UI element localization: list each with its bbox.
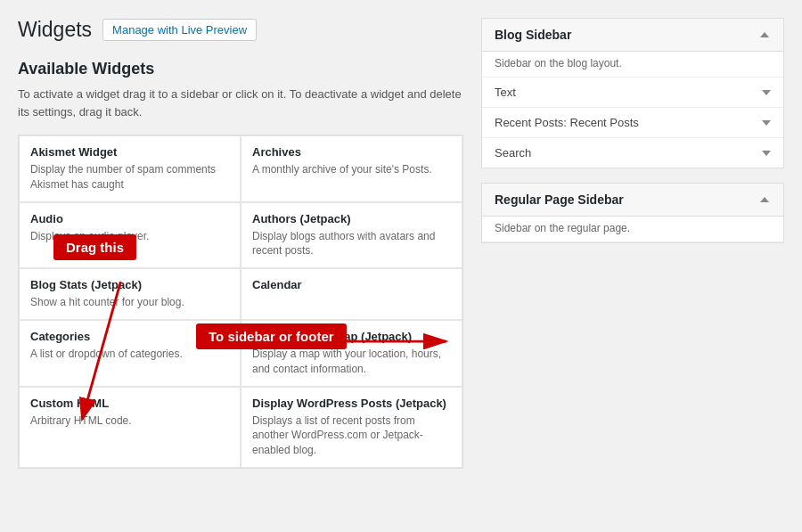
widget-akismet-name: Akismet Widget xyxy=(30,145,229,159)
sidebar-widget-recent-posts-label: Recent Posts: Recent Posts xyxy=(495,116,639,129)
widget-audio-name: Audio xyxy=(30,212,229,225)
widget-custom-html-desc: Arbitrary HTML code. xyxy=(30,413,229,429)
manage-live-preview-button[interactable]: Manage with Live Preview xyxy=(102,19,257,41)
page-title: Widgets xyxy=(18,18,92,42)
regular-page-sidebar-section: Regular Page Sidebar Sidebar on the regu… xyxy=(481,183,784,243)
widget-akismet-desc: Display the number of spam comments Akis… xyxy=(30,162,229,192)
widget-calendar[interactable]: Calendar xyxy=(241,268,462,320)
widget-custom-html-name: Custom HTML xyxy=(30,397,229,410)
blog-sidebar-collapse-btn[interactable] xyxy=(758,30,771,39)
blog-sidebar-desc: Sidebar on the blog layout. xyxy=(482,52,783,78)
widget-archives-desc: A monthly archive of your site's Posts. xyxy=(252,162,451,177)
widget-akismet[interactable]: Akismet Widget Display the number of spa… xyxy=(19,135,241,202)
widget-authors[interactable]: Authors (Jetpack) Display blogs authors … xyxy=(241,202,462,269)
chevron-up-icon xyxy=(760,32,769,37)
chevron-down-icon xyxy=(762,151,771,156)
widget-custom-html[interactable]: Custom HTML Arbitrary HTML code. xyxy=(19,387,241,468)
regular-sidebar-desc: Sidebar on the regular page. xyxy=(482,217,783,242)
page-header: Widgets Manage with Live Preview xyxy=(18,18,463,42)
regular-sidebar-collapse-btn[interactable] xyxy=(758,195,771,204)
sidebar-widget-text-label: Text xyxy=(495,86,516,99)
available-widgets-title: Available Widgets xyxy=(18,60,463,78)
blog-sidebar-title: Blog Sidebar xyxy=(495,28,571,42)
widget-display-wp-posts[interactable]: Display WordPress Posts (Jetpack) Displa… xyxy=(241,387,462,468)
chevron-down-icon xyxy=(762,120,771,126)
widget-archives[interactable]: Archives A monthly archive of your site'… xyxy=(241,135,462,202)
chevron-up-icon xyxy=(760,197,769,202)
widget-blog-stats-desc: Show a hit counter for your blog. xyxy=(30,295,229,310)
right-panel: Blog Sidebar Sidebar on the blog layout.… xyxy=(481,18,784,469)
available-widgets-desc: To activate a widget drag it to a sideba… xyxy=(18,86,463,120)
widget-blog-stats[interactable]: Blog Stats (Jetpack) Show a hit counter … xyxy=(19,268,241,320)
chevron-down-icon xyxy=(762,90,771,95)
sidebar-widget-search-label: Search xyxy=(495,146,531,160)
widget-grid: Akismet Widget Display the number of spa… xyxy=(18,135,463,469)
widget-display-wp-posts-name: Display WordPress Posts (Jetpack) xyxy=(252,397,451,410)
widget-grid-container: Akismet Widget Display the number of spa… xyxy=(18,135,463,469)
sidebar-widget-recent-posts[interactable]: Recent Posts: Recent Posts xyxy=(482,108,783,138)
sidebar-widget-text[interactable]: Text xyxy=(482,78,783,108)
to-sidebar-annotation: To sidebar or footer xyxy=(196,323,347,349)
widget-calendar-name: Calendar xyxy=(252,278,451,291)
regular-sidebar-header: Regular Page Sidebar xyxy=(482,184,783,217)
widget-display-wp-posts-desc: Displays a list of recent posts from ano… xyxy=(252,413,451,458)
blog-sidebar-section: Blog Sidebar Sidebar on the blog layout.… xyxy=(481,18,784,168)
sidebar-widget-search[interactable]: Search xyxy=(482,138,783,168)
widget-authors-name: Authors (Jetpack) xyxy=(252,212,451,225)
widget-blog-stats-name: Blog Stats (Jetpack) xyxy=(30,278,229,291)
widget-archives-name: Archives xyxy=(252,145,451,159)
blog-sidebar-header: Blog Sidebar xyxy=(482,19,783,52)
drag-this-annotation: Drag this xyxy=(53,234,136,260)
widget-authors-desc: Display blogs authors with avatars and r… xyxy=(252,229,451,259)
widget-contact-desc: Display a map with your location, hours,… xyxy=(252,347,451,377)
regular-sidebar-title: Regular Page Sidebar xyxy=(495,192,624,207)
